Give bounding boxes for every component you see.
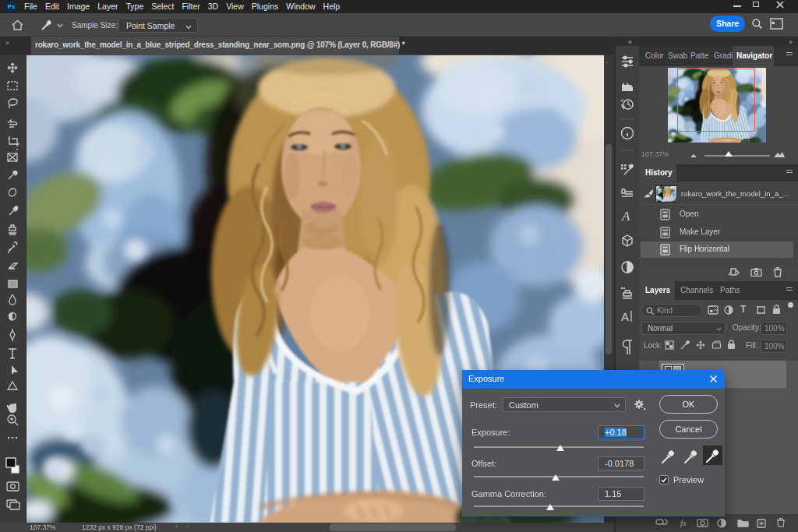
svg-text:A: A bbox=[621, 209, 630, 224]
svg-text:A: A bbox=[621, 310, 629, 323]
svg-text:fx: fx bbox=[680, 518, 687, 527]
